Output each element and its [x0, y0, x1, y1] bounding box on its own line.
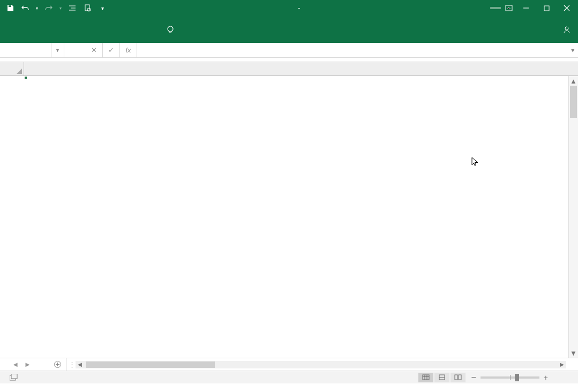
sheet-nav-next-icon[interactable]: ► — [24, 360, 31, 368]
zoom-knob[interactable] — [515, 374, 519, 381]
tab-developer[interactable] — [134, 26, 145, 33]
grid-body — [0, 76, 578, 358]
person-icon — [563, 26, 571, 33]
sheet-nav: ◄ ► — [0, 358, 43, 371]
zoom-controls: − + — [471, 373, 574, 382]
zoom-out-icon[interactable]: − — [471, 373, 476, 382]
zoom-in-icon[interactable]: + — [544, 373, 548, 382]
spreadsheet: ▲ ▼ — [0, 62, 578, 358]
tell-me[interactable] — [166, 25, 178, 34]
tab-review[interactable] — [102, 26, 112, 33]
svg-rect-11 — [455, 375, 457, 380]
normal-view-icon[interactable] — [418, 373, 433, 382]
title-bar: ▾ ▾ ▾ - — [0, 0, 578, 16]
name-box[interactable]: ▼ — [0, 43, 64, 57]
page-layout-view-icon[interactable] — [434, 373, 449, 382]
cells-area[interactable] — [24, 76, 578, 358]
enter-icon[interactable]: ✓ — [103, 43, 120, 57]
formula-bar-row: ▼ ✕ ✓ fx ▾ — [0, 43, 578, 58]
status-bar: − + — [0, 371, 578, 383]
undo-icon[interactable] — [19, 2, 31, 14]
page-break-view-icon[interactable] — [451, 373, 466, 382]
svg-point-5 — [565, 27, 568, 30]
undo-dropdown-icon[interactable]: ▾ — [34, 2, 40, 14]
formula-expand-icon[interactable]: ▾ — [567, 43, 578, 57]
tab-data[interactable] — [86, 26, 96, 33]
svg-rect-12 — [459, 375, 461, 380]
active-cell-outline — [24, 76, 26, 78]
window-title: - — [108, 4, 490, 12]
vscroll-track[interactable] — [569, 86, 578, 348]
tab-file[interactable] — [5, 26, 16, 33]
cancel-icon[interactable]: ✕ — [86, 43, 103, 57]
share-button[interactable] — [563, 26, 573, 33]
tab-formulas[interactable] — [70, 26, 80, 33]
login-button[interactable] — [490, 7, 501, 9]
vertical-scrollbar[interactable]: ▲ ▼ — [568, 76, 578, 358]
redo-dropdown-icon[interactable]: ▾ — [58, 2, 63, 14]
svg-rect-9 — [423, 375, 429, 380]
row-headers — [0, 76, 24, 358]
fill-handle[interactable] — [24, 76, 27, 79]
macro-recorder-icon[interactable] — [10, 374, 18, 381]
save-icon[interactable] — [4, 2, 16, 14]
horizontal-scrollbar[interactable]: ◄ ► — [76, 361, 566, 368]
title-controls — [490, 2, 576, 14]
formula-controls — [64, 43, 86, 57]
zoom-slider[interactable] — [481, 376, 539, 379]
tab-view[interactable] — [118, 26, 129, 33]
svg-point-4 — [168, 26, 173, 32]
svg-rect-3 — [544, 6, 549, 11]
tab-home[interactable] — [21, 26, 32, 33]
qat-customize-icon[interactable]: ▾ — [96, 2, 108, 14]
new-sheet-icon[interactable] — [49, 360, 66, 368]
bullet-list-icon[interactable] — [66, 2, 78, 14]
tab-insert[interactable] — [37, 26, 48, 33]
ribbon — [0, 16, 578, 43]
sheet-nav-prev-icon[interactable]: ◄ — [12, 360, 19, 368]
scroll-left-icon[interactable]: ◄ — [76, 361, 84, 368]
vscroll-thumb[interactable] — [570, 86, 577, 118]
name-box-dropdown-icon[interactable]: ▼ — [51, 43, 64, 57]
view-buttons — [418, 373, 466, 382]
formula-input[interactable] — [137, 43, 567, 57]
scroll-right-icon[interactable]: ► — [558, 361, 566, 368]
column-headers — [0, 62, 578, 76]
fx-icon[interactable]: fx — [120, 43, 137, 57]
bulb-icon — [166, 25, 175, 34]
title-sep: - — [296, 4, 303, 12]
print-preview-icon[interactable] — [81, 2, 93, 14]
scroll-up-icon[interactable]: ▲ — [569, 76, 578, 86]
maximize-icon[interactable] — [537, 2, 556, 14]
tab-help[interactable] — [150, 26, 161, 33]
tab-layout[interactable] — [54, 26, 64, 33]
ribbon-options-icon[interactable] — [503, 2, 515, 14]
hscroll-thumb[interactable] — [86, 361, 215, 368]
hscroll-track[interactable] — [84, 361, 558, 368]
redo-icon[interactable] — [43, 2, 55, 14]
close-icon[interactable] — [558, 2, 576, 14]
select-all-button[interactable] — [0, 62, 24, 76]
quick-access-toolbar: ▾ ▾ ▾ — [2, 2, 108, 14]
sheet-tabs-row: ◄ ► ⋮ ◄ ► — [0, 358, 578, 371]
svg-rect-8 — [11, 374, 17, 379]
scroll-down-icon[interactable]: ▼ — [569, 348, 578, 358]
minimize-icon[interactable] — [517, 2, 535, 14]
pane-splitter[interactable]: ⋮ — [70, 358, 73, 371]
